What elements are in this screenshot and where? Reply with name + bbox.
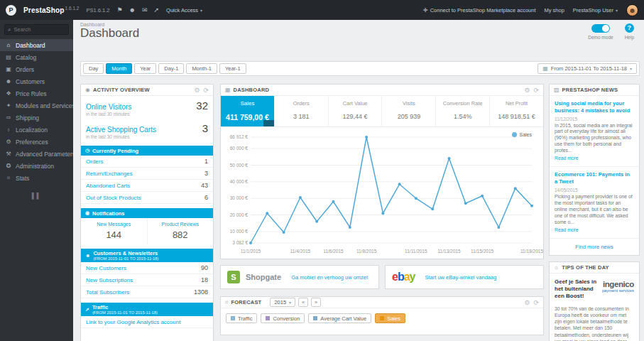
rocket-icon[interactable]: ➚	[154, 6, 160, 13]
sidebar-item-customers[interactable]: ☻Customers	[0, 75, 73, 87]
help-button[interactable]: ?	[625, 23, 634, 33]
demo-mode-toggle[interactable]	[591, 24, 610, 33]
svg-text:11/15/2015: 11/15/2015	[471, 249, 493, 254]
user-icon[interactable]: ☻	[129, 6, 136, 13]
ebay-module-ad[interactable]: ebay Start uw eBay-winkel vandaag	[385, 265, 544, 289]
next-year-button[interactable]: »	[311, 298, 321, 307]
svg-text:11/11/2015: 11/11/2015	[405, 249, 427, 254]
sidebar-item-orders[interactable]: ▣Orders	[0, 63, 73, 75]
sidebar-item-localization[interactable]: ♁Localization	[0, 124, 73, 136]
online-visitors-sub: in the last 30 minutes	[86, 112, 208, 117]
year-select[interactable]: 2015 ▾	[270, 298, 295, 307]
forecast-tab-average-cart-value[interactable]: Average Cart Value	[308, 313, 371, 323]
kpi-sales[interactable]: Sales411 759,00 €	[221, 96, 275, 126]
collapse-sidebar-button[interactable]: ▌▌	[0, 193, 73, 199]
gear-icon[interactable]: ⚙	[194, 87, 200, 94]
range-button-month[interactable]: Month	[106, 63, 132, 74]
range-button-year-1[interactable]: Year-1	[219, 63, 246, 74]
date-range-label: From 2015-11-01 To 2015-11-18	[551, 65, 627, 72]
forecast-tab-conversion[interactable]: Conversion	[261, 313, 305, 323]
ebay-link[interactable]: Start uw eBay-winkel vandaag	[425, 274, 497, 281]
sidebar-item-catalog[interactable]: ▤Catalog	[0, 51, 73, 63]
forecast-tab-traffic[interactable]: Traffic	[226, 313, 257, 323]
refresh-icon[interactable]: ⟳	[203, 87, 209, 94]
news-article: Using social media for your business: 4 …	[550, 96, 639, 167]
kpi-net-profit[interactable]: Net Profit148 918,51 €	[490, 96, 543, 126]
quick-access-menu[interactable]: Quick Access ▾	[166, 7, 202, 13]
legend-swatch	[380, 316, 384, 320]
chevron-down-icon: ▾	[616, 8, 618, 13]
clock-icon: ◷	[85, 148, 89, 153]
list-item[interactable]: Total Subscribers1308	[81, 286, 213, 298]
list-item[interactable]: New Subscriptions18	[81, 274, 213, 286]
svg-text:20 000 €: 20 000 €	[230, 212, 249, 217]
search-input[interactable]	[13, 26, 63, 33]
kpi-cart-value[interactable]: Cart Value129,44 €	[329, 96, 383, 126]
sidebar-item-dashboard[interactable]: ⌂Dashboard	[0, 39, 73, 51]
my-shop-link[interactable]: My shop	[545, 7, 564, 13]
sidebar-item-preferences[interactable]: ⚙Preferences	[0, 136, 73, 148]
main-content: Dashboard Dashboard Demo mode ? Help Day…	[73, 20, 644, 341]
refresh-icon[interactable]: ⟳	[533, 87, 539, 94]
read-more-link[interactable]: Read more	[555, 156, 579, 161]
range-button-month-1[interactable]: Month-1	[186, 63, 217, 74]
list-item[interactable]: New Customers90	[81, 262, 213, 274]
date-range-picker[interactable]: ▦ From 2015-11-01 To 2015-11-18 ▾	[537, 63, 637, 74]
sidebar-item-modules-and-services[interactable]: ✦Modules and Services	[0, 99, 73, 112]
ps-version-tag: PS1.6.1.2	[86, 7, 109, 13]
sidebar-search[interactable]: ⌕	[4, 24, 69, 35]
gear-icon[interactable]: ⚙	[524, 299, 530, 306]
list-item[interactable]: Return/Exchanges3	[81, 168, 213, 180]
avatar[interactable]: ☻	[626, 4, 638, 16]
sidebar-item-shipping[interactable]: ⇨Shipping	[0, 112, 73, 124]
gear-icon[interactable]: ⚙	[524, 87, 530, 94]
page-title: Dashboard	[80, 26, 139, 40]
tip-icon: ☼	[554, 264, 559, 271]
active-carts-metric[interactable]: Active Shopping Carts 3 in the last 30 m…	[81, 119, 213, 141]
sidebar-item-advanced-parameters[interactable]: ⚒Advanced Parameters	[0, 148, 73, 160]
online-visitors-metric[interactable]: Online Visitors 32 in the last 30 minute…	[81, 96, 213, 119]
article-headline[interactable]: Ecommerce 101: Payments in a Tweet	[555, 171, 634, 185]
row-value: 6	[204, 194, 208, 201]
activity-panel-title: ACTIVITY OVERVIEW	[93, 87, 150, 93]
article-headline[interactable]: Using social media for your business: 4 …	[555, 100, 634, 114]
kpi-orders[interactable]: Orders3 181	[275, 96, 329, 126]
mail-icon[interactable]: ✉	[142, 6, 148, 13]
sidebar-item-stats[interactable]: ⌗Stats	[0, 172, 73, 184]
prev-year-button[interactable]: «	[298, 298, 308, 307]
notification-cell-product-reviews[interactable]: Product Reviews882	[148, 218, 214, 244]
forecast-tab-sales[interactable]: Sales	[375, 313, 405, 323]
sidebar-item-label: Dashboard	[16, 42, 45, 49]
marketplace-connect-link[interactable]: ✚ Connect to PrestaShop Marketplace acco…	[423, 7, 536, 13]
sales-chart-area: Sales 66 912 €60 000 €50 000 €40 000 €30…	[221, 127, 543, 259]
range-button-year[interactable]: Year	[134, 63, 156, 74]
shopgate-link[interactable]: Ga mobiel en verhoog uw omzet	[291, 274, 368, 281]
kpi-visits[interactable]: Visits205 939	[382, 96, 436, 126]
refresh-icon[interactable]: ⟳	[533, 299, 539, 306]
read-more-link[interactable]: Read more	[555, 227, 579, 232]
module-ads-row: S Shopgate Ga mobiel en verhoog uw omzet…	[220, 265, 544, 289]
catalog-icon: ▤	[5, 54, 12, 60]
find-more-news-link[interactable]: Find more news	[550, 239, 639, 255]
kpi-conversion-rate[interactable]: Conversion Rate1.54%	[436, 96, 490, 126]
date-range-toolbar: DayMonthYearDay-1Month-1Year-1 ▦ From 20…	[80, 61, 640, 76]
row-value: 1308	[194, 288, 208, 296]
prestashop-logo[interactable]: P	[6, 5, 16, 16]
user-menu[interactable]: PrestaShop User ▾	[573, 7, 618, 13]
sidebar-item-price-rules[interactable]: ❖Price Rules	[0, 87, 73, 99]
list-item[interactable]: Out of Stock Products6	[81, 192, 213, 204]
sidebar-item-administration[interactable]: ✪Administration	[0, 160, 73, 172]
range-button-day[interactable]: Day	[83, 63, 104, 74]
cart-icon[interactable]: ⚑	[116, 6, 122, 13]
legend-swatch	[313, 316, 317, 320]
shopgate-module-ad[interactable]: S Shopgate Ga mobiel en verhoog uw omzet	[220, 265, 379, 289]
google-analytics-link[interactable]: Link to your Google Analytics account	[86, 319, 180, 325]
range-button-day-1[interactable]: Day-1	[158, 63, 184, 74]
sales-corner-badge	[263, 120, 274, 126]
chart-legend[interactable]: Sales	[512, 132, 532, 137]
brand-name[interactable]: PrestaShop	[23, 6, 65, 14]
notification-cell-new-messages[interactable]: New Messages144	[81, 218, 148, 244]
list-item[interactable]: Orders1	[81, 156, 213, 168]
list-item[interactable]: Abandoned Carts43	[81, 180, 213, 192]
year-select-value: 2015	[274, 299, 286, 305]
